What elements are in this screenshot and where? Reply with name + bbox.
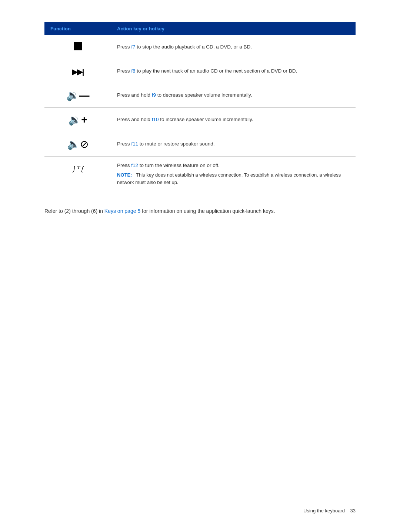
row-description: Press and hold f9 to decrease speaker vo… — [111, 83, 356, 108]
key-f9: f9 — [152, 92, 156, 98]
function-table: Function Action key or hotkey Press f7 t… — [44, 22, 356, 192]
note-text: NOTE: This key does not establish a wire… — [117, 171, 350, 186]
key-f12: f12 — [131, 163, 138, 168]
keys-link[interactable]: Keys on page 5 — [104, 208, 140, 214]
footer-text-before: Refer to (2) through (6) in — [44, 208, 104, 214]
table-row: ▶▶| Press f8 to play the next track of a… — [44, 59, 356, 83]
icon-mute: 🔈⊘ — [44, 132, 111, 157]
key-f7: f7 — [131, 44, 135, 50]
row-description: Press f8 to play the next track of an au… — [111, 59, 356, 83]
icon-stop — [44, 35, 111, 59]
page-number-footer: Using the keyboard 33 — [303, 508, 356, 513]
footer-text-after: for information on using the application… — [140, 208, 275, 214]
key-f8: f8 — [131, 68, 135, 74]
table-row: 🔉— Press and hold f9 to decrease speaker… — [44, 83, 356, 108]
table-header-row: Function Action key or hotkey — [44, 22, 356, 35]
icon-wireless: ❳ᵀ❲ — [44, 157, 111, 192]
row-description: Press f7 to stop the audio playback of a… — [111, 35, 356, 59]
table-row: 🔈⊘ Press f11 to mute or restore speaker … — [44, 132, 356, 157]
page-number: 33 — [350, 508, 356, 513]
table-row: Press f7 to stop the audio playback of a… — [44, 35, 356, 59]
table-row: 🔉+ Press and hold f10 to increase speake… — [44, 108, 356, 132]
icon-volume-down: 🔉— — [44, 83, 111, 108]
header-action: Action key or hotkey — [111, 22, 356, 35]
row-description: Press f11 to mute or restore speaker sou… — [111, 132, 356, 157]
row-description: Press f12 to turn the wireless feature o… — [111, 157, 356, 192]
table-row: ❳ᵀ❲ Press f12 to turn the wireless featu… — [44, 157, 356, 192]
row-description: Press and hold f10 to increase speaker v… — [111, 108, 356, 132]
icon-next-track: ▶▶| — [44, 59, 111, 83]
note-label: NOTE: — [117, 172, 132, 178]
key-f11: f11 — [131, 141, 138, 147]
header-function: Function — [44, 22, 111, 35]
page-section-label: Using the keyboard — [303, 508, 345, 513]
key-f10: f10 — [152, 117, 159, 122]
icon-volume-up: 🔉+ — [44, 108, 111, 132]
footer-paragraph: Refer to (2) through (6) in Keys on page… — [44, 207, 356, 215]
